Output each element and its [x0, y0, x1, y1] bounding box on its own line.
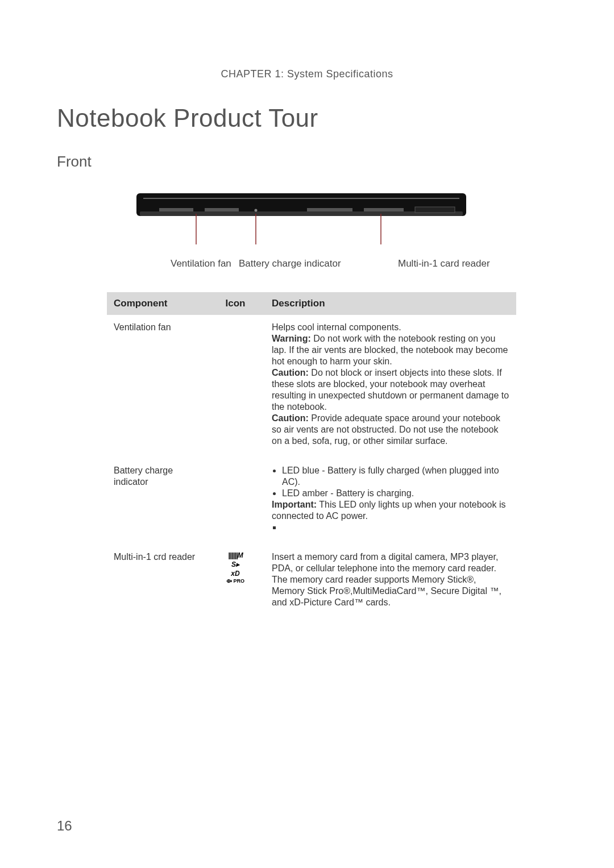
icon-line: xD — [213, 570, 258, 579]
desc-text: Helps cool internal components. — [272, 322, 401, 332]
table-row: Ventilation fan Helps cool internal comp… — [107, 315, 516, 458]
cell-component: Battery charge indicator — [107, 458, 206, 545]
list-item: LED amber - Battery is charging. — [282, 488, 509, 499]
svg-rect-5 — [307, 208, 352, 211]
th-description: Description — [265, 292, 516, 315]
important-label: Important: — [272, 500, 317, 509]
page-number: 16 — [57, 818, 72, 834]
icon-line: ⟴ PRO — [213, 578, 258, 585]
th-component: Component — [107, 292, 206, 315]
th-icon: Icon — [206, 292, 265, 315]
svg-rect-8 — [415, 207, 455, 213]
cell-description: Insert a memory card from a digital came… — [265, 545, 516, 620]
section-heading: Front — [57, 153, 557, 171]
callout-ventilation: Ventilation fan — [171, 258, 239, 269]
cell-description: LED blue - Battery is fully charged (whe… — [265, 458, 516, 545]
cell-component: Ventilation fan — [107, 315, 206, 458]
callout-reader: Multi-in-1 card reader — [398, 258, 534, 269]
cell-component: Multi-in-1 crd reader — [107, 545, 206, 620]
caution-label: Caution: — [272, 413, 309, 423]
svg-rect-6 — [364, 208, 404, 211]
cell-description: Helps cool internal components. Warning:… — [265, 315, 516, 458]
svg-point-7 — [255, 209, 258, 212]
page-title: Notebook Product Tour — [57, 104, 557, 132]
desc-text: Insert a memory card from a digital came… — [272, 551, 509, 608]
caution-label: Caution: — [272, 368, 309, 377]
table-row: Battery charge indicator LED blue - Batt… — [107, 458, 516, 545]
icon-line: |||||||M — [213, 551, 258, 560]
card-reader-icon: |||||||M S▸ xD ⟴ PRO — [213, 551, 258, 584]
table-row: Multi-in-1 crd reader |||||||M S▸ xD ⟴ P… — [107, 545, 516, 620]
cell-icon — [206, 458, 265, 545]
svg-rect-1 — [140, 211, 463, 216]
callout-battery: Battery charge indicator — [239, 258, 341, 269]
cell-icon: |||||||M S▸ xD ⟴ PRO — [206, 545, 265, 620]
list-item — [282, 522, 509, 533]
svg-rect-4 — [205, 208, 239, 211]
svg-rect-2 — [143, 198, 459, 199]
cell-icon — [206, 315, 265, 458]
components-table: Component Icon Description Ventilation f… — [107, 292, 516, 620]
list-item: LED blue - Battery is fully charged (whe… — [282, 465, 509, 488]
front-diagram: Ventilation fan Battery charge indicator… — [57, 193, 557, 269]
chapter-header: CHAPTER 1: System Specifications — [57, 68, 557, 80]
svg-rect-3 — [159, 208, 193, 211]
warning-label: Warning: — [272, 334, 311, 343]
icon-line: S▸ — [213, 560, 258, 570]
